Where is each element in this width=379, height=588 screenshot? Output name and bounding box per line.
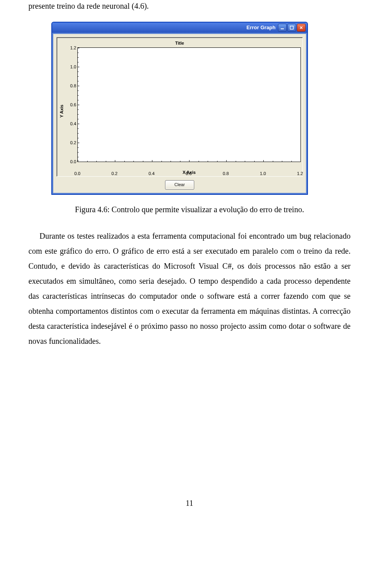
y-axis-label: Y Axis	[58, 47, 66, 175]
x-tick-label: 0.0	[74, 171, 80, 176]
error-graph-window: Error Graph Title Y Axis	[51, 22, 308, 195]
x-tick-label: 1.0	[260, 171, 266, 176]
x-tick-label: 0.4	[148, 171, 154, 176]
window-client-area: Title Y Axis 0.00.20.40.60.81.01.2 0.00.…	[53, 34, 306, 193]
y-tick-label: 0.6	[65, 102, 76, 107]
y-tick-label: 0.0	[65, 159, 76, 164]
close-icon	[299, 26, 303, 30]
body-paragraph: Durante os testes realizados a esta ferr…	[28, 228, 351, 349]
chart-title: Title	[58, 41, 301, 46]
x-tick-label: 0.2	[111, 171, 117, 176]
y-tick-label: 0.4	[65, 121, 76, 126]
y-tick-label: 1.2	[65, 45, 76, 50]
minimize-button[interactable]	[278, 24, 287, 32]
window-titlebar[interactable]: Error Graph	[52, 23, 307, 33]
intro-text: presente treino da rede neuronal (4.6).	[28, 2, 351, 11]
page-number: 11	[28, 499, 351, 508]
chart-plot-area: 0.00.20.40.60.81.01.2	[77, 47, 301, 162]
y-tick-label: 0.2	[65, 140, 76, 145]
y-tick-label: 0.8	[65, 83, 76, 88]
figure-caption: Figura 4.6: Controlo que permite visuali…	[28, 205, 351, 214]
window-title: Error Graph	[246, 25, 276, 31]
clear-button[interactable]: Clear	[165, 180, 194, 190]
y-tick-label: 1.0	[65, 64, 76, 69]
minimize-icon	[280, 26, 284, 30]
x-tick-label: 0.6	[186, 171, 191, 176]
svg-rect-0	[281, 28, 284, 29]
maximize-button[interactable]	[287, 24, 296, 32]
chart-panel: Title Y Axis 0.00.20.40.60.81.01.2 0.00.…	[56, 37, 303, 177]
x-tick-label: 0.8	[223, 171, 229, 176]
x-tick-label: 1.2	[297, 171, 303, 176]
maximize-icon	[290, 26, 294, 30]
close-button[interactable]	[297, 24, 306, 32]
svg-rect-1	[290, 26, 293, 29]
